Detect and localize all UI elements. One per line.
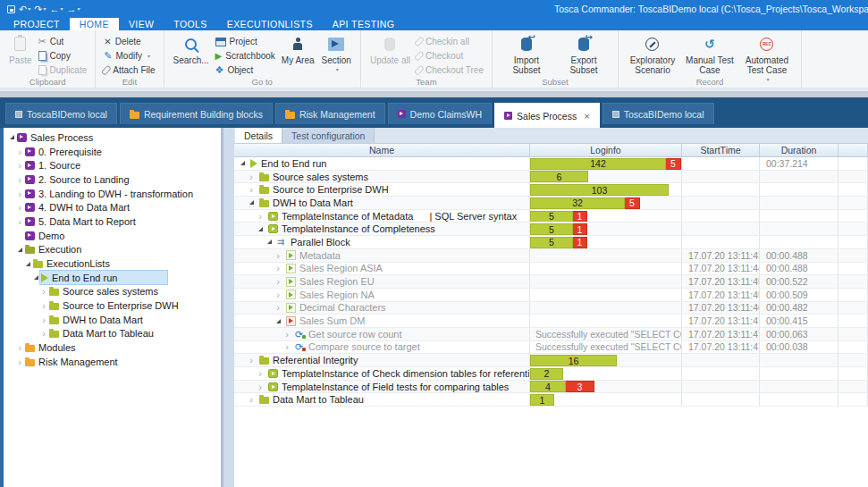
search-button[interactable]: Search... <box>170 33 213 66</box>
tree-item-source-sales-systems[interactable]: Source sales systems <box>4 285 221 299</box>
collapse-arrow-icon[interactable] <box>265 239 274 244</box>
menu-tab-api-testing[interactable]: API TESTING <box>323 18 405 30</box>
tab-test-configuration[interactable]: Test configuration <box>282 128 375 143</box>
expand-arrow-icon[interactable] <box>39 287 48 296</box>
tab-details[interactable]: Details <box>235 128 282 143</box>
tree-item-source-to-enterprise-dwh[interactable]: Source to Enterprise DWH <box>4 298 221 313</box>
expand-arrow-icon[interactable] <box>274 251 282 260</box>
expand-arrow-icon[interactable] <box>247 172 256 181</box>
expand-arrow-icon[interactable] <box>15 175 24 184</box>
table-row-decimal-characters[interactable]: Decimal Characters17.07.20 13:11:4600:00… <box>234 302 868 315</box>
table-row-templateinstance-of-metadata[interactable]: TemplateInstance of Metadata| SQL Server… <box>234 210 868 223</box>
menu-tab-tools[interactable]: TOOLS <box>164 18 216 30</box>
tree-item-0-prerequisite[interactable]: 0. Prerequisite <box>4 145 221 159</box>
scratchbook-button[interactable]: ▶Scratchbook <box>213 49 278 63</box>
collapse-arrow-icon[interactable] <box>238 161 247 165</box>
update-all-button[interactable]: Update all <box>367 33 414 66</box>
manual-test-case-button[interactable]: ↺Manual Test Case <box>681 33 738 76</box>
expand-arrow-icon[interactable] <box>39 329 48 338</box>
expand-arrow-icon[interactable] <box>39 301 48 310</box>
table-row-templateinstance-of-field-tests-for-comparing-tables[interactable]: TemplateInstance of Field tests for comp… <box>234 381 868 394</box>
doc-tab-sales-process[interactable]: Sales Process× <box>494 103 600 128</box>
tree-item-modules[interactable]: Modules <box>4 340 221 355</box>
expand-arrow-icon[interactable] <box>15 217 24 226</box>
table-row-metadata[interactable]: Metadata17.07.20 13:11:4300:00.488 <box>234 249 868 263</box>
menu-tab-view[interactable]: VIEW <box>119 18 164 30</box>
table-row-parallel-block[interactable]: ⇉Parallel Block51 <box>234 236 868 249</box>
column-header-starttime[interactable]: StartTime <box>682 144 760 156</box>
collapse-arrow-icon[interactable] <box>7 135 16 139</box>
panel-splitter[interactable] <box>221 128 234 487</box>
expand-arrow-icon[interactable] <box>282 330 291 339</box>
redo-icon[interactable]: ↷▾ <box>34 4 46 14</box>
tree-item-end-to-end-run[interactable]: End to End run <box>4 271 221 285</box>
table-row-sales-region-na[interactable]: Sales Region NA17.07.20 13:11:4500:00.50… <box>234 289 868 302</box>
back-icon[interactable]: ←▾ <box>49 4 63 14</box>
object-button[interactable]: ❖Object <box>213 63 278 77</box>
expand-arrow-icon[interactable] <box>247 185 256 194</box>
expand-arrow-icon[interactable] <box>282 342 291 351</box>
collapse-arrow-icon[interactable] <box>23 262 32 266</box>
doc-tab-requirement-building-blocks[interactable]: Requirement Building blocks <box>120 103 273 124</box>
collapse-arrow-icon[interactable] <box>247 200 256 205</box>
tree-item-sales-process[interactable]: Sales Process <box>4 130 221 145</box>
doc-tab-risk-management[interactable]: Risk Management <box>275 103 385 124</box>
menu-tab-home[interactable]: HOME <box>70 18 119 30</box>
my-area-button[interactable]: My Area <box>278 33 318 66</box>
table-row-sales-sum-dm[interactable]: Sales Sum DM17.07.20 13:11:4700:00.415 <box>234 315 868 328</box>
table-row-dwh-to-data-mart[interactable]: DWH to Data Mart325 <box>234 197 868 210</box>
tree-item-risk-management[interactable]: Risk Management <box>4 355 221 369</box>
close-icon[interactable]: × <box>584 111 589 122</box>
tree-item-4-dwh-to-data-mart[interactable]: 4. DWH to Data Mart <box>4 200 221 214</box>
modify-button[interactable]: ✎Modify▾ <box>101 49 157 63</box>
section-button[interactable]: Section▾ <box>318 33 355 76</box>
expand-arrow-icon[interactable] <box>247 395 256 404</box>
tree-item-demo[interactable]: Demo <box>4 229 221 243</box>
forward-icon[interactable]: →▾ <box>66 4 80 14</box>
collapse-arrow-icon[interactable] <box>274 319 282 323</box>
table-row-compare-source-to-target[interactable]: ⟳Compare source to targetSuccessfully ex… <box>234 341 868 355</box>
menu-tab-project[interactable]: PROJECT <box>4 18 70 30</box>
menu-tab-executionlists[interactable]: EXECUTIONLISTS <box>217 18 323 30</box>
project-button[interactable]: Project <box>213 35 278 48</box>
tree-item-3-landing-to-dwh-transformation[interactable]: 3. Landing to DWH - transformation <box>4 187 221 201</box>
tree-item-1-source[interactable]: 1. Source <box>4 158 221 172</box>
expand-arrow-icon[interactable] <box>15 161 24 170</box>
save-icon[interactable] <box>7 5 15 13</box>
checkin-all-button[interactable]: Checkin all <box>414 35 486 48</box>
expand-arrow-icon[interactable] <box>15 343 24 352</box>
table-row-data-mart-to-tableau[interactable]: Data Mart to Tableau1 <box>234 393 868 407</box>
tree-item-executionlists[interactable]: ExecutionLists <box>4 256 221 271</box>
import-subset-button[interactable]: Import Subset <box>498 33 555 76</box>
doc-tab-toscabidemo-local[interactable]: ToscaBIDemo local <box>603 103 714 124</box>
exploratory-scenario-button[interactable]: Exploratory Scenario <box>624 33 681 76</box>
doc-tab-demo-claimswh[interactable]: Demo ClaimsWH <box>388 103 493 124</box>
tree-item-data-mart-to-tableau[interactable]: Data Mart to Tableau <box>4 327 221 341</box>
expand-arrow-icon[interactable] <box>15 147 24 156</box>
duplicate-button[interactable]: Duplicate <box>36 63 90 77</box>
export-subset-button[interactable]: Export Subset <box>555 33 612 76</box>
expand-arrow-icon[interactable] <box>39 315 48 324</box>
cut-button[interactable]: ✂Cut <box>36 35 90 48</box>
attach-file-button[interactable]: Attach File <box>101 63 157 77</box>
table-row-source-to-enterprise-dwh[interactable]: Source to Enterprise DWH103 <box>234 183 868 197</box>
tree-item-execution[interactable]: Execution <box>4 243 221 257</box>
expand-arrow-icon[interactable] <box>274 290 282 299</box>
tree-item-5-data-mart-to-report[interactable]: 5. Data Mart to Report <box>4 214 221 229</box>
table-row-get-source-row-count[interactable]: ⟳Get source row countSuccessfully execut… <box>234 328 868 341</box>
checkout-button[interactable]: Checkout <box>414 49 486 63</box>
table-row-sales-region-eu[interactable]: Sales Region EU17.07.20 13:11:4500:00.52… <box>234 275 868 289</box>
expand-arrow-icon[interactable] <box>274 264 282 273</box>
column-header-duration[interactable]: Duration <box>760 144 839 156</box>
table-row-templateinstance-of-completeness[interactable]: TemplateInstance of Completeness51 <box>234 223 868 236</box>
collapse-arrow-icon[interactable] <box>15 248 24 252</box>
paste-button[interactable]: Paste <box>5 33 36 66</box>
checkout-tree-button[interactable]: Checkout Tree <box>414 63 486 77</box>
expand-arrow-icon[interactable] <box>247 356 256 365</box>
column-header-name[interactable]: Name <box>234 144 530 156</box>
table-row-sales-region-asia[interactable]: Sales Region ASIA17.07.20 13:11:4400:00.… <box>234 263 868 276</box>
copy-button[interactable]: Copy <box>36 49 90 63</box>
delete-button[interactable]: ✕Delete <box>101 35 157 48</box>
expand-arrow-icon[interactable] <box>256 212 265 221</box>
expand-arrow-icon[interactable] <box>15 189 24 198</box>
